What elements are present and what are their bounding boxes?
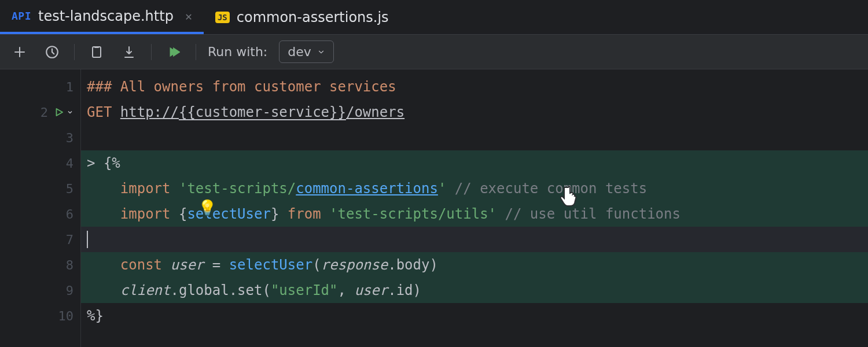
url-scheme: http:// (120, 99, 179, 125)
editor-tab-bar: API test-landscape.http ✕ JS common-asse… (0, 0, 868, 35)
string-literal: 'test-scripts/ (179, 176, 296, 201)
code-line[interactable]: GET http://{{customer-service}}/owners (81, 99, 868, 125)
js-file-icon: JS (215, 12, 230, 23)
examples-button[interactable] (86, 42, 107, 62)
line-number: 6 (57, 207, 73, 222)
environment-dropdown[interactable]: dev (279, 40, 334, 63)
script-close: %} (87, 303, 104, 328)
code-line[interactable] (81, 227, 868, 252)
code-line[interactable]: client.global.set("userId", user.id) (81, 278, 868, 303)
code-line[interactable]: ### All owners from customer services (81, 74, 868, 99)
gutter-run-button[interactable] (54, 107, 73, 117)
script-open: > {% (87, 150, 120, 176)
identifier: selectUser (187, 201, 271, 227)
tab-common-assertions[interactable]: JS common-assertions.js (204, 0, 400, 34)
chevron-down-icon (67, 109, 73, 116)
keyword-const: const (120, 252, 162, 278)
request-title: All owners from customer services (120, 74, 396, 99)
keyword-from: from (288, 201, 321, 227)
line-number: 3 (57, 131, 73, 145)
identifier: response (321, 252, 388, 278)
line-number: 7 (57, 232, 73, 247)
function-call: selectUser (229, 252, 313, 278)
keyword-import: import (120, 176, 171, 201)
comment: // execute common tests (455, 176, 647, 201)
line-number: 2 (32, 105, 48, 120)
environment-value: dev (288, 45, 311, 59)
run-all-button[interactable] (163, 42, 184, 62)
paren: ) (429, 252, 437, 278)
paren: ( (312, 252, 321, 278)
request-marker: ### (87, 74, 120, 99)
brace: } (271, 201, 279, 227)
history-button[interactable] (42, 42, 62, 62)
operator: = (204, 252, 229, 278)
variable: user (171, 252, 204, 278)
text-caret (87, 231, 88, 248)
code-line[interactable] (81, 125, 868, 150)
tab-test-landscape[interactable]: API test-landscape.http ✕ (0, 0, 204, 34)
url-path: /owners (346, 99, 404, 125)
identifier: body (396, 252, 430, 278)
code-line[interactable]: import 'test-scripts/common-assertions' … (81, 176, 868, 201)
tab-label: test-landscape.http (38, 8, 174, 24)
toolbar-separator (74, 44, 75, 60)
run-with-label: Run with: (208, 45, 267, 59)
import-button[interactable] (119, 42, 139, 62)
identifier: user (354, 278, 388, 303)
toolbar-separator (196, 44, 196, 60)
operator: . (388, 252, 396, 278)
line-number: 5 (57, 182, 73, 196)
code-editor[interactable]: 1 2 3 4 5 6 7 8 9 10 ### All owners from… (0, 69, 868, 347)
code-line[interactable]: import {selectUser} from 'test-scripts/u… (81, 201, 868, 227)
line-number: 10 (57, 309, 73, 323)
line-number: 8 (57, 258, 73, 272)
http-method: GET (87, 99, 112, 125)
chevron-down-icon (317, 48, 325, 56)
comment: // use util functions (505, 201, 681, 227)
gutter: 1 2 3 4 5 6 7 8 9 10 (0, 69, 81, 347)
method-chain: .id) (388, 278, 421, 303)
string-literal: ' (438, 176, 446, 201)
line-number: 1 (57, 80, 73, 94)
toolbar-separator (151, 44, 152, 60)
line-number: 4 (57, 156, 73, 171)
editor-toolbar: Run with: dev (0, 35, 868, 69)
brace: { (179, 201, 187, 227)
string-literal: 'test-scripts/utils' (329, 201, 496, 227)
tab-label: common-assertions.js (237, 9, 389, 25)
url-variable: {{customer-service}} (179, 99, 346, 125)
string-literal: "userId" (271, 278, 338, 303)
api-file-icon: API (12, 10, 31, 22)
method-chain: .global.set( (171, 278, 271, 303)
comma: , (337, 278, 354, 303)
line-number: 9 (57, 283, 73, 298)
svg-rect-2 (94, 46, 99, 48)
code-area[interactable]: ### All owners from customer services GE… (81, 69, 868, 347)
link-common-assertions[interactable]: common-assertions (296, 176, 438, 201)
code-line[interactable]: %} (81, 303, 868, 328)
code-line[interactable]: > {% (81, 150, 868, 176)
add-request-button[interactable] (9, 42, 30, 62)
svg-rect-1 (93, 47, 101, 57)
code-line[interactable]: const user = selectUser(response.body) (81, 252, 868, 278)
identifier: client (120, 278, 171, 303)
keyword-import: import (120, 201, 171, 227)
close-icon[interactable]: ✕ (185, 9, 192, 23)
